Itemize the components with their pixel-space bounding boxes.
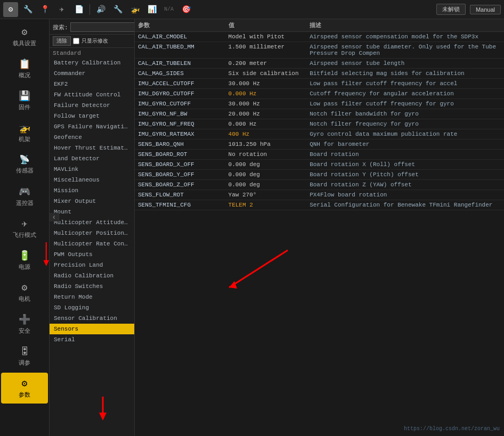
cat-item-pwm[interactable]: PWM Outputs xyxy=(50,249,134,260)
cat-item-gpsnavigation[interactable]: GPS Failure Navigation xyxy=(50,121,134,132)
tuning-icon: 🎛 xyxy=(20,346,29,357)
cat-item-returnmode[interactable]: Return Mode xyxy=(50,292,134,302)
param-value-cell[interactable]: 0.000 Hz xyxy=(225,119,307,129)
table-row[interactable]: IMU_GYRO_NF_FREQ0.000 HzNotch filter fre… xyxy=(135,119,504,129)
mode-button[interactable]: Manual xyxy=(470,5,501,14)
param-value-cell[interactable]: 0.200 meter xyxy=(225,59,307,69)
table-row[interactable]: SENS_FLOW_ROTYaw 270°PX4Flow board rotat… xyxy=(135,190,504,200)
cat-item-followtarget[interactable]: Follow target xyxy=(50,111,134,121)
table-row[interactable]: IMU_GYRO_CUTOFF30.000 HzLow pass filter … xyxy=(135,99,504,109)
watermark: https://blog.csdn.net/zoran_wu xyxy=(404,426,500,432)
sidebar-item-motors[interactable]: ⚙ 电机 xyxy=(1,277,48,308)
cat-item-hoverthrust[interactable]: Hover Thrust Estimator xyxy=(50,143,134,153)
param-value-cell[interactable]: Yaw 270° xyxy=(225,190,307,200)
sidebar-item-vehicle[interactable]: ⚙ 载具设置 xyxy=(1,21,48,52)
param-name-cell: SENS_TFMINI_CFG xyxy=(135,200,225,210)
cat-item-geofence[interactable]: Geofence xyxy=(50,132,134,143)
param-value-cell[interactable]: 0.000 deg xyxy=(225,170,307,180)
table-row[interactable]: IMU_ACCEL_CUTOFF30.000 HzLow pass filter… xyxy=(135,79,504,89)
cat-item-mcattitude[interactable]: Multicopter Attitude Contr xyxy=(50,217,134,228)
cat-item-mission[interactable]: Mission xyxy=(50,185,134,196)
table-row[interactable]: SENS_BOARD_X_OFF0.000 degBoard rotation … xyxy=(135,160,504,170)
table-row[interactable]: CAL_AIR_TUBELEN0.200 meterAirspeed senso… xyxy=(135,59,504,69)
cat-item-sensors[interactable]: Sensors xyxy=(50,324,134,334)
sidebar-item-sensors[interactable]: 📡 传感器 xyxy=(1,149,48,180)
clear-button[interactable]: 清除 xyxy=(53,36,71,46)
cat-item-fwattitude[interactable]: FW Attitude Control xyxy=(50,89,134,100)
table-row[interactable]: IMU_GYRO_NF_BW20.000 HzNotch filter band… xyxy=(135,109,504,119)
sidebar-item-flightmodes[interactable]: ✈ 飞行模式 xyxy=(1,213,48,244)
param-value-cell[interactable]: 20.000 Hz xyxy=(225,109,307,119)
param-value-cell[interactable]: TELEM 2 xyxy=(225,200,307,210)
sidebar-item-overview[interactable]: 📋 概况 xyxy=(1,53,48,84)
cat-item-failuredetector[interactable]: Failure Detector xyxy=(50,100,134,111)
filter-checkbox[interactable] xyxy=(73,38,79,44)
param-value-cell[interactable]: 0.000 Hz xyxy=(225,89,307,99)
table-row[interactable]: SENS_BOARD_ROTNo rotationBoard rotation xyxy=(135,150,504,160)
sidebar-item-tuning[interactable]: 🎛 调参 xyxy=(1,341,48,372)
param-name-cell: IMU_GYRO_RATEMAX xyxy=(135,129,225,139)
param-value-cell[interactable]: No rotation xyxy=(225,150,307,160)
param-value-cell[interactable]: 400 Hz xyxy=(225,129,307,139)
param-desc-cell: PX4Flow board rotation xyxy=(306,190,504,200)
location-icon[interactable]: 📍 xyxy=(37,2,52,17)
param-value-cell[interactable]: 30.000 Hz xyxy=(225,99,307,109)
param-value-cell[interactable]: 1.500 millimeter xyxy=(225,42,307,59)
cat-item-commander[interactable]: Commander xyxy=(50,68,134,79)
drone-icon[interactable]: 🚁 xyxy=(127,2,142,17)
param-value-cell[interactable]: 30.000 Hz xyxy=(225,79,307,89)
table-row[interactable]: CAL_AIR_CMODELModel with PitotAirspeed s… xyxy=(135,32,504,42)
cat-item-ekf2[interactable]: EKF2 xyxy=(50,79,134,89)
fly-icon[interactable]: ✈ xyxy=(54,2,69,17)
cat-item-radiocal[interactable]: Radio Calibration xyxy=(50,270,134,281)
table-row[interactable]: CAL_MAG_SIDESSix side calibrationBitfiel… xyxy=(135,69,504,79)
tools-icon[interactable]: 🔧 xyxy=(20,2,35,17)
cat-item-precisionland[interactable]: Precision Land xyxy=(50,260,134,270)
collapse-sidebar-button[interactable]: ‹ xyxy=(50,213,59,221)
cat-item-sdlogging[interactable]: SD Logging xyxy=(50,302,134,313)
cat-item-mavlink[interactable]: MAVLink xyxy=(50,164,134,175)
speaker-icon[interactable]: 🔊 xyxy=(93,2,108,17)
chart-icon[interactable]: 📊 xyxy=(144,2,159,17)
params-table: 参数 值 描述 CAL_AIR_CMODELModel with PitotAi… xyxy=(135,19,504,210)
wrench-icon[interactable]: 🔧 xyxy=(110,2,125,17)
doc-icon[interactable]: 📄 xyxy=(71,2,86,17)
cat-item-battery[interactable]: Battery Calibration xyxy=(50,57,134,68)
param-value-cell[interactable]: 1013.250 hPa xyxy=(225,139,307,150)
filter-row: 清除 只显示修改 xyxy=(50,35,134,48)
param-name-cell: CAL_AIR_CMODEL xyxy=(135,32,225,42)
cat-item-radioswitches[interactable]: Radio Switches xyxy=(50,281,134,292)
sidebar-item-params[interactable]: ⚙ 参数 xyxy=(1,373,48,404)
target-icon[interactable]: 🎯 xyxy=(178,2,193,17)
sidebar-label-tuning: 调参 xyxy=(19,359,30,367)
sidebar-item-power[interactable]: 🔋 电源 xyxy=(1,245,48,276)
param-value-cell[interactable]: Model with Pitot xyxy=(225,32,307,42)
table-row[interactable]: IMU_GYRO_RATEMAX400 HzGyro control data … xyxy=(135,129,504,139)
cat-item-landdetector[interactable]: Land Detector xyxy=(50,153,134,164)
sidebar-item-firmware[interactable]: 💾 固件 xyxy=(1,85,48,116)
cat-item-miscellaneous[interactable]: Miscellaneous xyxy=(50,175,134,185)
cat-item-mcrate[interactable]: Multicopter Rate Control xyxy=(50,238,134,249)
sidebar-item-radio[interactable]: 🎮 遥控器 xyxy=(1,181,48,212)
sidebar-item-safety[interactable]: ➕ 安全 xyxy=(1,309,48,340)
sidebar-item-airframe[interactable]: 🚁 机架 xyxy=(1,117,48,148)
cat-item-mount[interactable]: Mount xyxy=(50,207,134,217)
cat-item-mcposition[interactable]: Multicopter Position Contr xyxy=(50,228,134,238)
unlock-button[interactable]: 未解锁 xyxy=(436,4,466,15)
param-value-cell[interactable]: Six side calibration xyxy=(225,69,307,79)
table-row[interactable]: SENS_BOARD_Z_OFF0.000 degBoard rotation … xyxy=(135,180,504,190)
settings-icon[interactable]: ⚙ xyxy=(3,2,18,17)
cat-item-sensorcal[interactable]: Sensor Calibration xyxy=(50,313,134,324)
search-input[interactable] xyxy=(70,22,135,32)
category-list: 搜索: 清除 只显示修改 Standard Battery Calibratio… xyxy=(50,19,135,436)
table-row[interactable]: IMU_DGYRO_CUTOFF0.000 HzCutoff frequency… xyxy=(135,89,504,99)
table-row[interactable]: CAL_AIR_TUBED_MM1.500 millimeterAirspeed… xyxy=(135,42,504,59)
table-row[interactable]: SENS_BOARD_Y_OFF0.000 degBoard rotation … xyxy=(135,170,504,180)
param-value-cell[interactable]: 0.000 deg xyxy=(225,160,307,170)
cat-item-serial[interactable]: Serial xyxy=(50,334,134,345)
table-row[interactable]: SENS_BARO_QNH1013.250 hPaQNH for baromet… xyxy=(135,139,504,150)
table-row[interactable]: SENS_TFMINI_CFGTELEM 2Serial Configurati… xyxy=(135,200,504,210)
param-name-cell: IMU_DGYRO_CUTOFF xyxy=(135,89,225,99)
cat-item-mixeroutput[interactable]: Mixer Output xyxy=(50,196,134,207)
param-value-cell[interactable]: 0.000 deg xyxy=(225,180,307,190)
